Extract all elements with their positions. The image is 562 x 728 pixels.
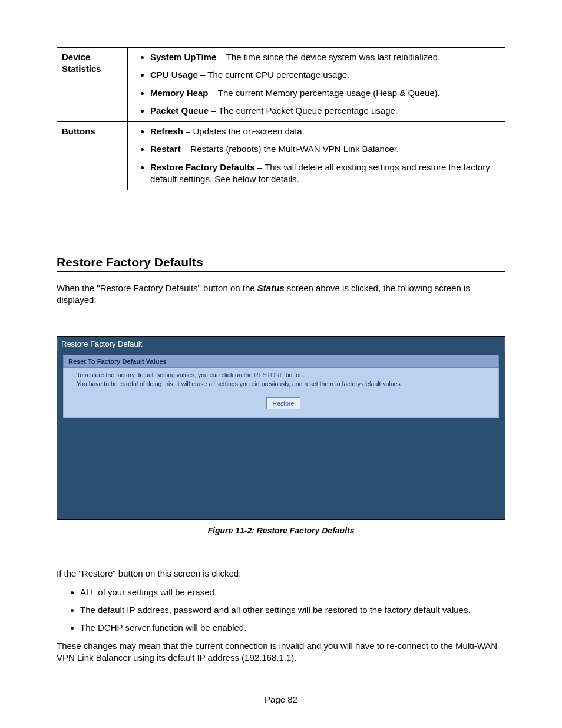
term: Memory Heap [150,88,208,98]
list-item: Restart – Restarts (reboots) the Multi-W… [150,143,498,155]
list-item: Memory Heap – The current Memory percent… [150,87,498,99]
list-item: Restore Factory Defaults – This will del… [150,162,498,186]
screenshot-panel: Reset To Factory Default Values To resto… [63,355,499,418]
desc: – Updates the on-screen data. [183,126,305,136]
button-wrapper: Restore [77,389,490,409]
term: Restart [150,144,181,154]
intro-paragraph: When the "Restore Factory Defaults" butt… [57,282,505,307]
document-page: Device Statistics System UpTime – The ti… [0,0,562,728]
desc: – The current CPU percentage usage. [198,70,349,80]
list-item: ALL of your settings will be erased. [80,587,505,598]
figure-caption: Figure 11-2: Restore Factory Defaults [57,526,505,535]
page-number: Page 82 [0,694,562,704]
definition-list: Refresh – Updates the on-screen data. Re… [133,126,500,185]
body-bullet-list: ALL of your settings will be erased. The… [57,587,505,634]
table-row: Buttons Refresh – Updates the on-screen … [57,122,505,190]
desc: – The current Packet Queue percentage us… [209,106,398,116]
list-item: Refresh – Updates the on-screen data. [150,126,498,137]
desc: – The time since the device system was l… [216,52,440,62]
body-paragraph: If the "Restore" button on this screen i… [57,568,505,579]
term: System UpTime [150,52,216,62]
table-row: Device Statistics System UpTime – The ti… [57,48,505,122]
list-item: The default IP address, password and all… [80,604,505,616]
screenshot-title-bar: Restore Factory Default [57,337,505,351]
embedded-screenshot: Restore Factory Default Reset To Factory… [57,336,505,520]
restore-button[interactable]: Restore [266,397,301,409]
list-item: Packet Queue – The current Packet Queue … [150,105,498,117]
text: When the "Restore Factory Defaults" butt… [57,283,257,293]
row-content: Refresh – Updates the on-screen data. Re… [128,122,505,190]
label-text: Statistics [62,64,101,74]
definitions-table: Device Statistics System UpTime – The ti… [57,47,505,190]
term: CPU Usage [150,70,198,80]
label-text: Device [62,52,90,62]
text: button. [284,371,305,378]
definition-list: System UpTime – The time since the devic… [133,51,500,117]
term: Refresh [150,126,183,136]
desc: – Restarts (reboots) the Multi-WAN VPN L… [181,144,399,154]
body-paragraph: These changes may mean that the current … [57,640,505,664]
term: Packet Queue [150,106,209,116]
panel-body: To restore the factory default setting v… [63,368,499,418]
list-item: The DCHP server function will be enabled… [80,622,505,634]
desc: – The current Memory percentage usage (H… [208,88,439,98]
restore-link-text: RESTORE [254,371,284,378]
list-item: System UpTime – The time since the devic… [150,51,498,63]
row-content: System UpTime – The time since the devic… [128,48,505,122]
row-label-buttons: Buttons [57,122,128,190]
text: To restore the factory default setting v… [77,371,254,378]
panel-text-line: You have to be careful of doing this, it… [77,380,490,387]
emphasis: Status [257,283,285,293]
list-item: CPU Usage – The current CPU percentage u… [150,69,498,81]
panel-heading: Reset To Factory Default Values [63,355,499,368]
row-label-device-statistics: Device Statistics [57,48,128,122]
panel-text-line: To restore the factory default setting v… [77,371,490,378]
section-heading: Restore Factory Defaults [57,255,505,272]
term: Restore Factory Defaults [150,162,255,172]
